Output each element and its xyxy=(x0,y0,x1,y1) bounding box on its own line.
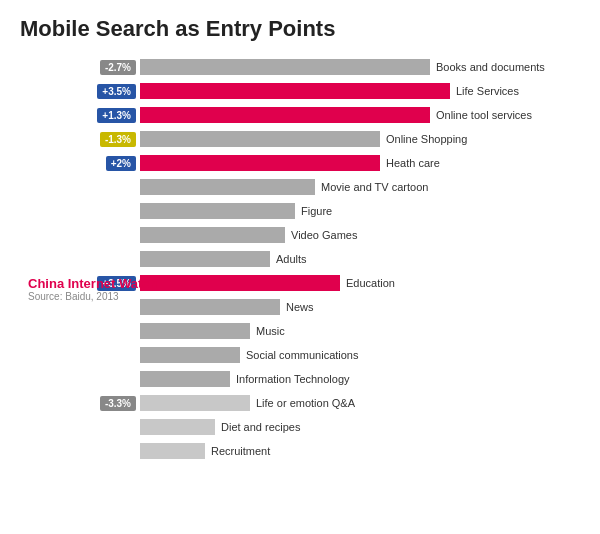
chart-row: Information Technology xyxy=(20,368,580,390)
change-badge: -1.3% xyxy=(100,132,136,147)
bar-area: Video Games xyxy=(140,227,580,243)
chart-row: Music xyxy=(20,320,580,342)
bar xyxy=(140,227,285,243)
bar-label: Life Services xyxy=(456,85,519,97)
bar-area: Books and documents xyxy=(140,59,580,75)
badge-area: -2.7% xyxy=(20,60,140,75)
bar xyxy=(140,347,240,363)
chart-area: -2.7%Books and documents+3.5%Life Servic… xyxy=(20,56,580,462)
chart-row: Diet and recipes xyxy=(20,416,580,438)
bar-label: Movie and TV cartoon xyxy=(321,181,428,193)
chart-row: -2.7%Books and documents xyxy=(20,56,580,78)
chart-title: Mobile Search as Entry Points xyxy=(20,16,580,42)
bar-area: Online tool services xyxy=(140,107,580,123)
chart-container: Mobile Search as Entry Points -2.7%Books… xyxy=(0,0,600,472)
bar-area: Social communications xyxy=(140,347,580,363)
bar xyxy=(140,179,315,195)
chart-row: Movie and TV cartoon xyxy=(20,176,580,198)
bar-label: Recruitment xyxy=(211,445,270,457)
change-badge: +3.5% xyxy=(97,84,136,99)
chart-row: +2%Heath care xyxy=(20,152,580,174)
bar-area: Diet and recipes xyxy=(140,419,580,435)
badge-area: +1.3% xyxy=(20,108,140,123)
bar xyxy=(140,83,450,99)
bar xyxy=(140,203,295,219)
bar-area: News xyxy=(140,299,580,315)
chart-row: Figure xyxy=(20,200,580,222)
bar xyxy=(140,395,250,411)
bar-area: Movie and TV cartoon xyxy=(140,179,580,195)
bar-area: Music xyxy=(140,323,580,339)
bar-label: Adults xyxy=(276,253,307,265)
watermark: China Internet Watch Source: Baidu, 2013 xyxy=(28,276,158,302)
badge-area: -1.3% xyxy=(20,132,140,147)
bar-label: Figure xyxy=(301,205,332,217)
bar xyxy=(140,131,380,147)
bar-area: Adults xyxy=(140,251,580,267)
change-badge: -3.3% xyxy=(100,396,136,411)
watermark-source: Source: Baidu, 2013 xyxy=(28,291,158,302)
change-badge: +2% xyxy=(106,156,136,171)
chart-row: Recruitment xyxy=(20,440,580,462)
badge-area: +2% xyxy=(20,156,140,171)
chart-row: Video Games xyxy=(20,224,580,246)
bar xyxy=(140,323,250,339)
chart-row: +1.3%Online tool services xyxy=(20,104,580,126)
bar-label: Online tool services xyxy=(436,109,532,121)
bar-label: Video Games xyxy=(291,229,357,241)
chart-row: -1.3%Online Shopping xyxy=(20,128,580,150)
watermark-brand: China Internet Watch xyxy=(28,276,158,291)
bar xyxy=(140,155,380,171)
bar-area: Heath care xyxy=(140,155,580,171)
bar-label: News xyxy=(286,301,314,313)
bar xyxy=(140,299,280,315)
bar-label: Diet and recipes xyxy=(221,421,301,433)
badge-area: -3.3% xyxy=(20,396,140,411)
bar-area: Education xyxy=(140,275,580,291)
bar-label: Online Shopping xyxy=(386,133,467,145)
bar-area: Life or emotion Q&A xyxy=(140,395,580,411)
bar xyxy=(140,251,270,267)
chart-row: +3.5%Life Services xyxy=(20,80,580,102)
bar-label: Life or emotion Q&A xyxy=(256,397,355,409)
bar xyxy=(140,107,430,123)
bar-label: Heath care xyxy=(386,157,440,169)
bar-area: Online Shopping xyxy=(140,131,580,147)
chart-row: Adults xyxy=(20,248,580,270)
bar-area: Figure xyxy=(140,203,580,219)
bar xyxy=(140,59,430,75)
bar-area: Recruitment xyxy=(140,443,580,459)
bar xyxy=(140,443,205,459)
change-badge: +1.3% xyxy=(97,108,136,123)
bar-label: Education xyxy=(346,277,395,289)
chart-row: -3.3%Life or emotion Q&A xyxy=(20,392,580,414)
bar xyxy=(140,419,215,435)
badge-area: +3.5% xyxy=(20,84,140,99)
bar xyxy=(140,371,230,387)
change-badge: -2.7% xyxy=(100,60,136,75)
bar-label: Books and documents xyxy=(436,61,545,73)
bar-label: Music xyxy=(256,325,285,337)
chart-row: Social communications xyxy=(20,344,580,366)
bar xyxy=(140,275,340,291)
bar-label: Social communications xyxy=(246,349,359,361)
bar-area: Life Services xyxy=(140,83,580,99)
bar-area: Information Technology xyxy=(140,371,580,387)
bar-label: Information Technology xyxy=(236,373,350,385)
